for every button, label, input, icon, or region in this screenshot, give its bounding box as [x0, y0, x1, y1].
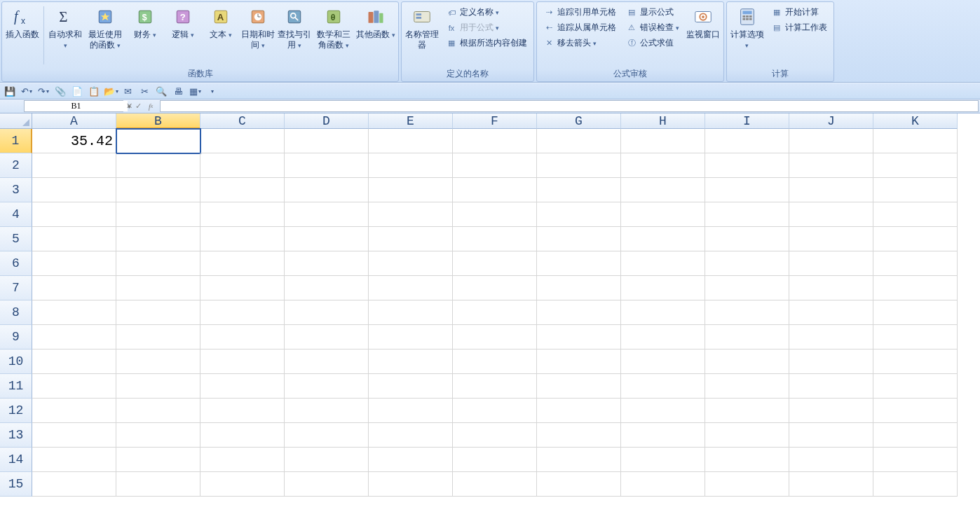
autosum-button[interactable]: Σ 自动求和	[47, 4, 83, 53]
cell-I10[interactable]	[705, 349, 789, 374]
cell-B10[interactable]	[116, 349, 200, 374]
cell-G4[interactable]	[537, 202, 621, 227]
cell-K5[interactable]	[873, 227, 958, 251]
trace-precedents-button[interactable]: ⇢ 追踪引用单元格	[540, 5, 619, 20]
cell-J6[interactable]	[789, 251, 873, 276]
recent-functions-button[interactable]: 最近使用的函数	[85, 4, 125, 53]
cell-I4[interactable]	[705, 202, 789, 227]
cell-E11[interactable]	[369, 374, 453, 399]
row-header-15[interactable]: 15	[0, 472, 32, 497]
cell-F7[interactable]	[453, 276, 537, 300]
row-header-7[interactable]: 7	[0, 276, 32, 300]
cell-I14[interactable]	[705, 448, 789, 472]
cell-K8[interactable]	[873, 300, 958, 325]
error-check-button[interactable]: ⚠ 错误检查	[623, 20, 682, 35]
cell-D6[interactable]	[285, 251, 369, 276]
row-header-11[interactable]: 11	[0, 374, 32, 399]
cell-D9[interactable]	[285, 325, 369, 349]
cell-I15[interactable]	[705, 472, 789, 497]
cell-H12[interactable]	[621, 399, 705, 423]
cell-C6[interactable]	[200, 251, 285, 276]
cell-H10[interactable]	[621, 349, 705, 374]
cell-D13[interactable]	[285, 423, 369, 448]
cell-K9[interactable]	[873, 325, 958, 349]
cell-H9[interactable]	[621, 325, 705, 349]
cell-B15[interactable]	[116, 472, 200, 497]
cell-G10[interactable]	[537, 349, 621, 374]
cell-H15[interactable]	[621, 472, 705, 497]
datetime-button[interactable]: 日期和时间	[240, 4, 275, 53]
cell-J5[interactable]	[789, 227, 873, 251]
cell-C14[interactable]	[200, 448, 285, 472]
cell-A15[interactable]	[32, 472, 116, 497]
column-header-C[interactable]: C	[200, 113, 285, 129]
paste-icon[interactable]: 📋	[87, 84, 101, 98]
print-icon[interactable]: 🖶	[171, 84, 185, 98]
cell-J11[interactable]	[789, 374, 873, 399]
cell-G6[interactable]	[537, 251, 621, 276]
cell-J4[interactable]	[789, 202, 873, 227]
cell-I2[interactable]	[705, 153, 789, 178]
cell-B8[interactable]	[116, 300, 200, 325]
cell-I5[interactable]	[705, 227, 789, 251]
cell-G14[interactable]	[537, 448, 621, 472]
more-functions-button[interactable]: 其他函数	[355, 4, 396, 42]
row-header-9[interactable]: 9	[0, 325, 32, 349]
cell-J8[interactable]	[789, 300, 873, 325]
cell-A3[interactable]	[32, 178, 116, 202]
cell-I3[interactable]	[705, 178, 789, 202]
cell-H6[interactable]	[621, 251, 705, 276]
cell-K1[interactable]	[873, 129, 958, 153]
cell-D5[interactable]	[285, 227, 369, 251]
column-header-K[interactable]: K	[873, 113, 958, 129]
cell-J3[interactable]	[789, 178, 873, 202]
name-manager-button[interactable]: 名称管理器	[404, 4, 440, 53]
cell-G3[interactable]	[537, 178, 621, 202]
select-all-corner[interactable]	[0, 113, 32, 129]
cell-F14[interactable]	[453, 448, 537, 472]
cell-H13[interactable]	[621, 423, 705, 448]
send-icon[interactable]: ✉	[121, 84, 135, 98]
cell-K12[interactable]	[873, 399, 958, 423]
insert-function-button[interactable]: fx 插入函数	[4, 4, 41, 42]
row-header-5[interactable]: 5	[0, 227, 32, 251]
cell-K6[interactable]	[873, 251, 958, 276]
cell-I13[interactable]	[705, 423, 789, 448]
row-header-4[interactable]: 4	[0, 202, 32, 227]
cell-B5[interactable]	[116, 227, 200, 251]
cell-B13[interactable]	[116, 423, 200, 448]
cell-F8[interactable]	[453, 300, 537, 325]
cell-F1[interactable]	[453, 129, 537, 153]
cell-C3[interactable]	[200, 178, 285, 202]
cell-F12[interactable]	[453, 399, 537, 423]
cell-J9[interactable]	[789, 325, 873, 349]
cell-C5[interactable]	[200, 227, 285, 251]
cell-G2[interactable]	[537, 153, 621, 178]
cell-J13[interactable]	[789, 423, 873, 448]
cell-E3[interactable]	[369, 178, 453, 202]
preview-icon[interactable]: 🔍	[154, 84, 168, 98]
name-box-input[interactable]	[25, 101, 128, 111]
cell-D3[interactable]	[285, 178, 369, 202]
cell-D14[interactable]	[285, 448, 369, 472]
cell-F5[interactable]	[453, 227, 537, 251]
cell-G7[interactable]	[537, 276, 621, 300]
cell-D4[interactable]	[285, 202, 369, 227]
trace-dependents-button[interactable]: ⇠ 追踪从属单元格	[540, 20, 619, 35]
cell-G12[interactable]	[537, 399, 621, 423]
column-header-B[interactable]: B	[116, 113, 200, 129]
cell-D8[interactable]	[285, 300, 369, 325]
cell-B9[interactable]	[116, 325, 200, 349]
financial-button[interactable]: $ 财务	[127, 4, 163, 42]
remove-arrows-button[interactable]: ✕ 移去箭头	[540, 36, 619, 50]
cell-H11[interactable]	[621, 374, 705, 399]
cell-B12[interactable]	[116, 399, 200, 423]
undo-icon[interactable]: ↶	[20, 84, 34, 98]
cell-F3[interactable]	[453, 178, 537, 202]
cell-C13[interactable]	[200, 423, 285, 448]
cell-H8[interactable]	[621, 300, 705, 325]
cell-D15[interactable]	[285, 472, 369, 497]
cell-B11[interactable]	[116, 374, 200, 399]
cell-G9[interactable]	[537, 325, 621, 349]
cell-J1[interactable]	[789, 129, 873, 153]
